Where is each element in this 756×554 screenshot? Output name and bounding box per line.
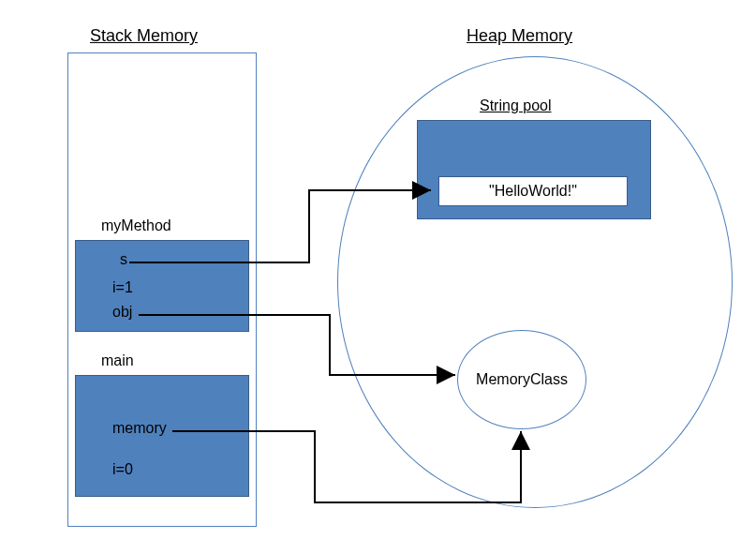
main-var-i: i=0 xyxy=(112,461,133,478)
stack-title: Stack Memory xyxy=(90,26,198,46)
mymethod-var-s: s xyxy=(120,251,127,268)
string-pool-value: "HelloWorld!" xyxy=(489,183,577,200)
mymethod-header: myMethod xyxy=(101,217,171,234)
memory-diagram: Stack Memory Heap Memory String pool "He… xyxy=(0,0,756,554)
mymethod-frame xyxy=(75,240,249,332)
memory-class-label: MemoryClass xyxy=(476,371,568,388)
main-var-memory: memory xyxy=(112,420,167,437)
string-pool-title: String pool xyxy=(480,97,552,114)
mymethod-var-obj: obj xyxy=(112,304,132,321)
heap-title: Heap Memory xyxy=(467,26,572,46)
mymethod-var-i: i=1 xyxy=(112,279,133,296)
string-pool-value-box: "HelloWorld!" xyxy=(438,176,628,206)
main-header: main xyxy=(101,352,134,369)
memory-class-circle: MemoryClass xyxy=(457,330,586,429)
